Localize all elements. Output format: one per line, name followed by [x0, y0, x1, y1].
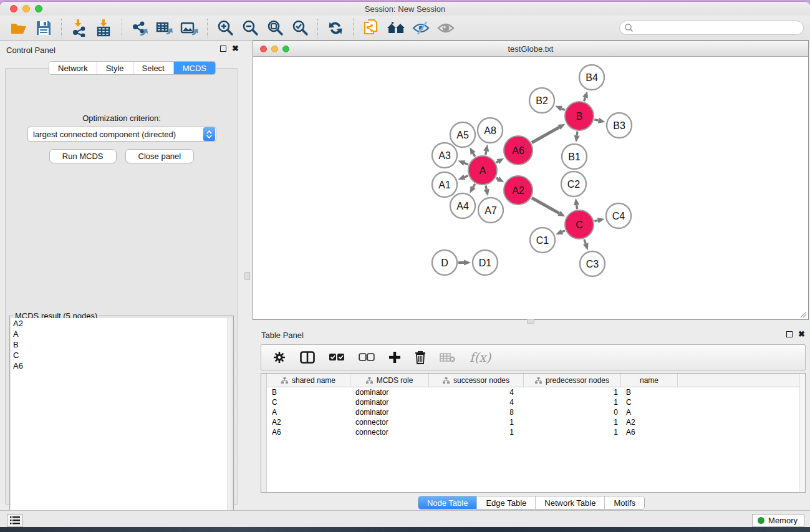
graph-edge-A-A4[interactable] [473, 184, 475, 188]
graph-node-B[interactable]: B [565, 102, 594, 130]
graph-edge-A-A7[interactable] [486, 185, 486, 189]
cell-predecessor-nodes[interactable]: 1 [524, 397, 621, 407]
tab-network[interactable]: Network [49, 62, 97, 74]
import-network-icon[interactable] [67, 17, 92, 39]
tab-style[interactable]: Style [97, 62, 133, 74]
cell-shared-name[interactable]: A2 [267, 417, 350, 427]
table-row[interactable]: A2 connector 1 1 A2 [267, 417, 805, 427]
horizontal-splitter-handle[interactable] [527, 319, 534, 324]
mcds-result-item[interactable]: A [11, 329, 228, 339]
mcds-result-item[interactable]: A2 [11, 318, 228, 329]
graph-node-A5[interactable]: A5 [450, 122, 475, 147]
graph-node-C4[interactable]: C4 [606, 203, 631, 228]
graph-edge-B-B4[interactable] [584, 97, 586, 101]
tab-network-table[interactable]: Network Table [536, 496, 605, 509]
cell-mcds-role[interactable]: dominator [350, 407, 429, 417]
result-list-scrollbar[interactable] [227, 318, 233, 525]
cell-successor-nodes[interactable]: 4 [429, 397, 524, 407]
graph-edge-A-A8[interactable] [486, 151, 486, 155]
graph-node-B2[interactable]: B2 [529, 88, 554, 113]
cell-shared-name[interactable]: A [267, 407, 350, 417]
cell-successor-nodes[interactable]: 8 [429, 407, 524, 417]
graph-edge-B-B2[interactable] [561, 109, 565, 110]
graph-node-A2[interactable]: A2 [504, 176, 533, 205]
graph-edge-A-A3[interactable] [465, 163, 468, 164]
graph-edge-A2-C[interactable] [532, 198, 559, 213]
graph-edge-A6-B[interactable] [532, 127, 559, 143]
graph-edge-A-A6[interactable] [496, 162, 498, 163]
export-network-icon[interactable] [127, 17, 152, 39]
show-all-icon[interactable] [433, 17, 458, 39]
float-table-panel-icon[interactable] [786, 331, 793, 337]
column-header-successor-nodes[interactable]: successor nodes [429, 374, 524, 387]
graph-edge-B-B3[interactable] [594, 120, 599, 121]
graph-node-A7[interactable]: A7 [478, 198, 503, 223]
graph-node-D1[interactable]: D1 [473, 250, 498, 275]
network-canvas[interactable]: AA1A2A3A4A5A6A7A8BB1B2B3B4CC1C2C3C4DD1 [254, 57, 808, 319]
zoom-in-icon[interactable] [213, 17, 238, 39]
open-session-icon[interactable] [6, 17, 31, 39]
delete-icon[interactable] [415, 351, 426, 364]
hide-selected-icon[interactable] [408, 17, 433, 39]
cell-mcds-role[interactable]: connector [350, 417, 429, 427]
close-panel-button[interactable]: Close panel [125, 149, 195, 163]
memory-button[interactable]: Memory [752, 514, 804, 527]
clone-network-icon[interactable] [359, 17, 383, 39]
graph-edge-A-A2[interactable] [496, 178, 498, 179]
cell-predecessor-nodes[interactable]: 1 [524, 417, 621, 427]
graph-node-A1[interactable]: A1 [432, 172, 457, 197]
close-panel-icon[interactable]: ✖ [232, 46, 239, 52]
graph-edge-C-C2[interactable] [577, 205, 577, 210]
tab-edge-table[interactable]: Edge Table [477, 496, 536, 509]
cell-successor-nodes[interactable]: 4 [429, 387, 524, 397]
column-header-name[interactable]: name [621, 374, 678, 387]
cell-shared-name[interactable]: C [267, 397, 350, 407]
vertical-splitter-handle[interactable] [244, 272, 250, 280]
cell-shared-name[interactable]: B [267, 387, 350, 397]
zoom-out-icon[interactable] [238, 17, 263, 39]
float-panel-icon[interactable] [220, 46, 226, 52]
deselect-all-icon[interactable] [359, 353, 375, 362]
graph-node-C1[interactable]: C1 [530, 228, 555, 253]
cell-name[interactable]: A [621, 407, 678, 417]
column-header-mcds-role[interactable]: MCDS role [350, 374, 429, 387]
cell-predecessor-nodes[interactable]: 0 [524, 407, 621, 417]
cell-shared-name[interactable]: A6 [267, 427, 350, 437]
show-panels-button[interactable] [7, 514, 23, 527]
table-row[interactable]: A6 connector 1 1 A6 [267, 427, 805, 437]
table-row[interactable]: B dominator 4 1 B [267, 387, 805, 397]
import-table-icon[interactable] [92, 17, 117, 39]
cell-name[interactable]: A2 [621, 417, 678, 427]
cell-successor-nodes[interactable]: 1 [429, 417, 524, 427]
graph-node-B3[interactable]: B3 [607, 113, 632, 138]
cell-mcds-role[interactable]: dominator [350, 397, 429, 407]
search-input[interactable] [619, 21, 804, 35]
graph-node-A3[interactable]: A3 [432, 143, 457, 168]
mcds-result-item[interactable]: A6 [11, 360, 228, 371]
cell-predecessor-nodes[interactable]: 1 [524, 387, 621, 397]
tab-node-table[interactable]: Node Table [418, 496, 478, 509]
tab-select[interactable]: Select [133, 62, 174, 74]
mcds-result-item[interactable]: C [11, 350, 228, 360]
graph-edge-C-C3[interactable] [584, 239, 586, 244]
add-column-icon[interactable] [388, 351, 401, 364]
mcds-result-list[interactable]: A2 A B C A6 [11, 318, 228, 525]
graph-node-C2[interactable]: C2 [561, 172, 586, 196]
refresh-icon[interactable] [323, 17, 348, 39]
save-session-icon[interactable] [31, 17, 56, 39]
graph-node-A6[interactable]: A6 [504, 136, 533, 165]
cell-name[interactable]: B [621, 387, 678, 397]
graph-node-D[interactable]: D [432, 250, 457, 275]
gear-icon[interactable] [272, 351, 286, 364]
export-image-icon[interactable] [177, 17, 202, 39]
resize-grip-icon[interactable] [798, 309, 807, 318]
graph-edge-C-C4[interactable] [594, 220, 597, 221]
cell-name[interactable]: C [621, 397, 678, 407]
close-table-panel-icon[interactable]: ✖ [798, 331, 805, 337]
cell-mcds-role[interactable]: connector [350, 427, 429, 437]
run-mcds-button[interactable]: Run MCDS [49, 149, 117, 163]
graph-edge-A-A5[interactable] [473, 153, 475, 157]
cell-mcds-role[interactable]: dominator [350, 387, 429, 397]
export-table-icon[interactable] [152, 17, 177, 39]
zoom-fit-icon[interactable] [263, 17, 287, 39]
